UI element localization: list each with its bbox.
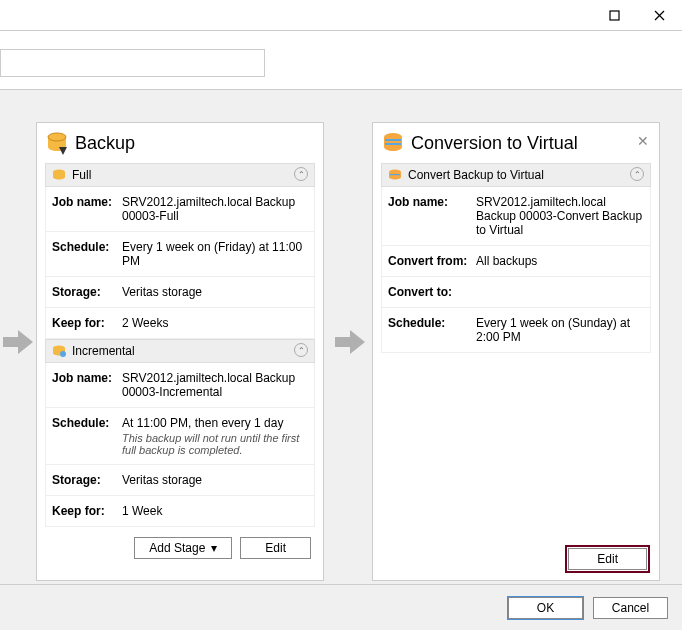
svg-marker-3 <box>3 330 33 354</box>
backup-panel-title: Backup <box>45 131 315 155</box>
convert-section-header[interactable]: Convert Backup to Virtual ⌃ <box>381 163 651 187</box>
incr-job-row: Job name: SRV2012.jamiltech.local Backup… <box>45 363 315 408</box>
dialog-footer: OK Cancel <box>0 584 682 630</box>
svg-rect-0 <box>610 11 619 20</box>
incr-job-value: SRV2012.jamiltech.local Backup 00003-Inc… <box>122 371 308 399</box>
incr-schedule-label: Schedule: <box>52 416 122 456</box>
conv-schedule-row: Schedule: Every 1 week on (Sunday) at 2:… <box>381 308 651 353</box>
incr-storage-value: Veritas storage <box>122 473 308 487</box>
incr-storage-label: Storage: <box>52 473 122 487</box>
arrow-right-icon <box>335 330 365 354</box>
conversion-title-text: Conversion to Virtual <box>411 133 578 154</box>
conv-to-row: Convert to: <box>381 277 651 308</box>
conversion-button-row: Edit <box>568 548 651 570</box>
svg-marker-10 <box>335 330 365 354</box>
svg-rect-15 <box>390 174 400 175</box>
full-storage-row: Storage: Veritas storage <box>45 277 315 308</box>
incr-job-label: Job name: <box>52 371 122 399</box>
title-bar <box>0 0 682 30</box>
maximize-button[interactable] <box>592 0 637 30</box>
add-stage-label: Add Stage <box>149 541 205 555</box>
close-window-button[interactable] <box>637 0 682 30</box>
conv-to-value <box>476 285 644 299</box>
collapse-icon[interactable]: ⌃ <box>294 343 308 357</box>
incr-schedule-text: At 11:00 PM, then every 1 day <box>122 416 308 430</box>
close-icon <box>654 10 665 21</box>
conv-schedule-value: Every 1 week on (Sunday) at 2:00 PM <box>476 316 644 344</box>
full-schedule-row: Schedule: Every 1 week on (Friday) at 11… <box>45 232 315 277</box>
full-schedule-value: Every 1 week on (Friday) at 11:00 PM <box>122 240 308 268</box>
svg-rect-13 <box>385 143 401 145</box>
collapse-icon[interactable]: ⌃ <box>294 167 308 181</box>
conv-from-row: Convert from: All backups <box>381 246 651 277</box>
toolbar-input[interactable] <box>0 49 265 77</box>
incremental-header-text: Incremental <box>72 344 135 358</box>
full-keep-row: Keep for: 2 Weeks <box>45 308 315 339</box>
incr-schedule-value: At 11:00 PM, then every 1 day This backu… <box>122 416 308 456</box>
backup-icon <box>45 131 69 155</box>
full-keep-value: 2 Weeks <box>122 316 308 330</box>
cancel-button[interactable]: Cancel <box>593 597 668 619</box>
full-storage-label: Storage: <box>52 285 122 299</box>
backup-title-text: Backup <box>75 133 135 154</box>
incr-keep-row: Keep for: 1 Week <box>45 496 315 527</box>
conv-schedule-label: Schedule: <box>388 316 476 344</box>
backup-edit-button[interactable]: Edit <box>240 537 311 559</box>
full-schedule-label: Schedule: <box>52 240 122 268</box>
arrow-right-icon <box>3 330 33 354</box>
full-job-label: Job name: <box>52 195 122 223</box>
full-section-header[interactable]: Full ⌃ <box>45 163 315 187</box>
content-area: Backup Full ⌃ Job name: SRV2012.jamiltec… <box>0 90 682 584</box>
incremental-section-header[interactable]: Incremental ⌃ <box>45 339 315 363</box>
add-stage-button[interactable]: Add Stage ▾ <box>134 537 232 559</box>
conversion-close-button[interactable]: ✕ <box>637 133 649 149</box>
incr-keep-value: 1 Week <box>122 504 308 518</box>
conv-from-label: Convert from: <box>388 254 476 268</box>
full-job-row: Job name: SRV2012.jamiltech.local Backup… <box>45 187 315 232</box>
backup-panel: Backup Full ⌃ Job name: SRV2012.jamiltec… <box>36 122 324 581</box>
conv-from-value: All backups <box>476 254 644 268</box>
incr-schedule-note: This backup will not run until the first… <box>122 432 308 456</box>
conversion-panel: Conversion to Virtual ✕ Convert Backup t… <box>372 122 660 581</box>
incr-keep-label: Keep for: <box>52 504 122 518</box>
svg-point-9 <box>60 351 66 357</box>
backup-button-row: Add Stage ▾ Edit <box>45 537 315 559</box>
conv-job-row: Job name: SRV2012.jamiltech.local Backup… <box>381 187 651 246</box>
conversion-icon <box>381 131 405 155</box>
full-header-text: Full <box>72 168 91 182</box>
conv-job-value: SRV2012.jamiltech.local Backup 00003-Con… <box>476 195 644 237</box>
collapse-icon[interactable]: ⌃ <box>630 167 644 181</box>
full-icon <box>52 168 66 182</box>
full-keep-label: Keep for: <box>52 316 122 330</box>
ok-button[interactable]: OK <box>508 597 583 619</box>
convert-icon <box>388 168 402 182</box>
toolbar-strip <box>0 30 682 90</box>
convert-header-text: Convert Backup to Virtual <box>408 168 544 182</box>
svg-rect-12 <box>385 139 401 141</box>
conv-job-label: Job name: <box>388 195 476 237</box>
conv-to-label: Convert to: <box>388 285 476 299</box>
dropdown-caret-icon: ▾ <box>211 541 217 555</box>
full-job-value: SRV2012.jamiltech.local Backup 00003-Ful… <box>122 195 308 223</box>
incr-schedule-row: Schedule: At 11:00 PM, then every 1 day … <box>45 408 315 465</box>
svg-marker-6 <box>59 147 67 155</box>
incremental-icon <box>52 344 66 358</box>
conversion-edit-button[interactable]: Edit <box>568 548 647 570</box>
incr-storage-row: Storage: Veritas storage <box>45 465 315 496</box>
conversion-panel-title: Conversion to Virtual <box>381 131 651 155</box>
full-storage-value: Veritas storage <box>122 285 308 299</box>
maximize-icon <box>609 10 620 21</box>
